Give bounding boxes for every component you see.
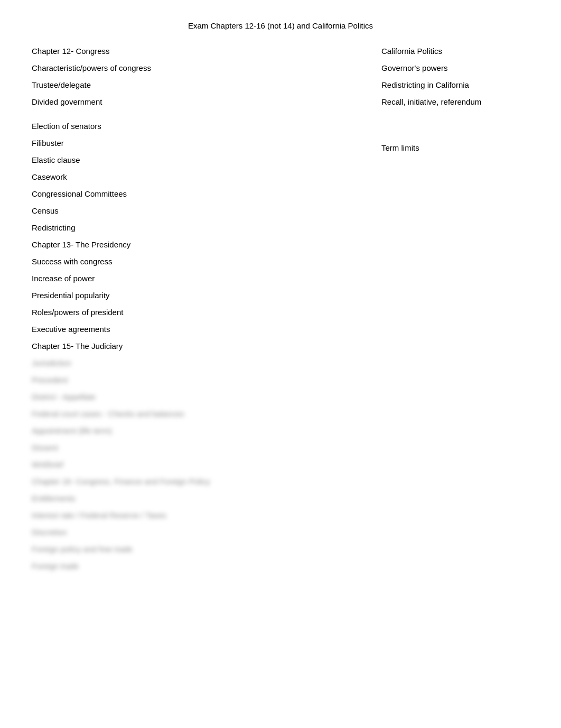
list-item: Chapter 16- Congress, Finance and Foreig… [32,475,339,488]
list-item: Trustee/delegate [32,79,339,91]
list-item: Casework [32,171,339,183]
list-item: Interest rate / Federal Reserve / Taxes [32,509,339,522]
list-item: Divided government [32,96,339,108]
list-item: Congressional Committees [32,188,339,200]
list-item: Precedent [32,374,339,386]
left-column: Chapter 12- CongressCharacteristic/power… [32,45,360,577]
list-item: Characteristic/powers of congress [32,62,339,75]
list-item: Census [32,205,339,217]
list-item: Chapter 13- The Presidency [32,238,339,251]
list-item: Executive agreements [32,323,339,336]
list-item: Appointment (life term) [32,425,339,437]
list-item: Discretion [32,526,339,539]
list-item: Presidential popularity [32,289,339,302]
list-item: Chapter 15- The Judiciary [32,340,339,353]
list-item: Redistricting [32,222,339,234]
list-item: Foreign trade [32,560,339,573]
list-item: Elastic clause [32,154,339,167]
right-column: California PoliticsGovernor's powersRedi… [360,45,529,577]
right-item: Term limits [381,142,529,154]
list-item: Dissent [32,441,339,454]
list-item: Increase of power [32,272,339,285]
list-item: Entitlements [32,492,339,505]
list-item: District - Appellate [32,391,339,403]
list-item: Foreign policy and free trade [32,543,339,556]
page-title: Exam Chapters 12-16 (not 14) and Califor… [32,21,529,30]
list-item: Filibuster [32,137,339,150]
right-item: Governor's powers [381,62,529,75]
list-item: Chapter 12- Congress [32,45,339,58]
right-item: Recall, initiative, referendum [381,96,529,108]
list-item: Election of senators [32,120,339,133]
list-item: Jurisdiction [32,357,339,370]
list-item: Success with congress [32,255,339,268]
list-item: Roles/powers of president [32,306,339,319]
right-item: California Politics [381,45,529,58]
list-item: Federal court cases - Checks and balance… [32,408,339,420]
right-item: Redistricting in California [381,79,529,91]
list-item: Writ/brief [32,458,339,471]
